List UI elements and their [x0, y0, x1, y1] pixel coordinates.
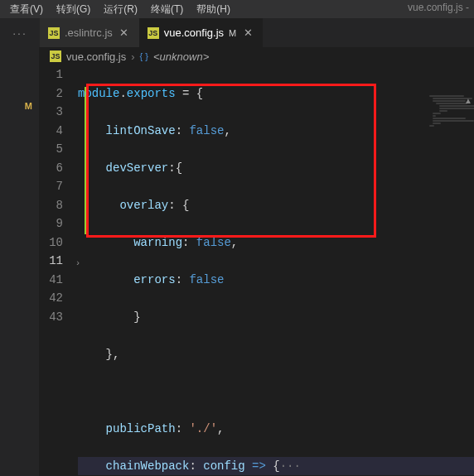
tab-bar: ··· JS .eslintrc.js ✕ JS vue.config.js M… [0, 18, 474, 47]
tab-eslintrc[interactable]: JS .eslintrc.js ✕ [40, 18, 139, 47]
breadcrumb-symbol[interactable]: <unknown> [153, 50, 209, 63]
fold-chevron-icon[interactable]: › [73, 254, 83, 273]
editor[interactable]: JS vue.config.js › { } <unknown> 1 2 3 4… [40, 47, 474, 476]
js-file-icon: JS [50, 50, 61, 62]
js-file-icon: JS [148, 27, 159, 39]
tab-label: .eslintrc.js [65, 26, 113, 39]
chevron-right-icon: › [131, 50, 134, 63]
breadcrumb[interactable]: JS vue.config.js › { } <unknown> [40, 47, 474, 65]
menu-goto[interactable]: 转到(G) [50, 1, 97, 18]
code-content[interactable]: module.exports = { lintOnSave: false, de… [78, 65, 474, 476]
close-icon[interactable]: ✕ [118, 26, 131, 40]
menu-terminal[interactable]: 终端(T) [144, 1, 190, 18]
git-modified-badge: M [229, 28, 236, 38]
menu-help[interactable]: 帮助(H) [190, 1, 237, 18]
menu-run[interactable]: 运行(R) [97, 1, 144, 18]
window-title: vue.config.js - [408, 2, 469, 13]
menu-view[interactable]: 查看(V) [3, 1, 50, 18]
git-modified-icon: M [25, 101, 32, 111]
git-status-row[interactable]: M [0, 97, 39, 115]
explorer-sidebar: M [0, 47, 40, 476]
js-file-icon: JS [48, 27, 60, 39]
overflow-menu-icon[interactable]: ··· [0, 26, 40, 40]
symbol-icon: { } [140, 51, 148, 61]
tab-vue-config[interactable]: JS vue.config.js M ✕ [139, 18, 263, 47]
tab-label: vue.config.js [164, 26, 224, 39]
close-icon[interactable]: ✕ [241, 26, 254, 40]
breadcrumb-file[interactable]: vue.config.js [66, 50, 126, 63]
code-area[interactable]: 1 2 3 4 5 6 7 8 9 10 11 41 42 43 › modul… [40, 65, 474, 476]
menu-bar: 查看(V) 转到(G) 运行(R) 终端(T) 帮助(H) vue.config… [0, 0, 474, 18]
